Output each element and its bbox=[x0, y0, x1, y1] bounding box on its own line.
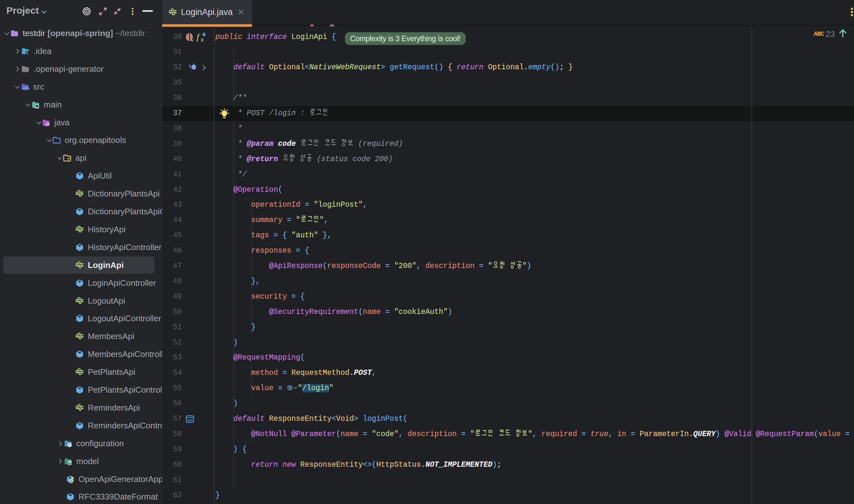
svg-text:f: f bbox=[197, 32, 200, 42]
svg-text:API: API bbox=[187, 418, 192, 422]
svg-text:</>: </> bbox=[23, 86, 29, 91]
svg-text:x: x bbox=[201, 36, 204, 42]
